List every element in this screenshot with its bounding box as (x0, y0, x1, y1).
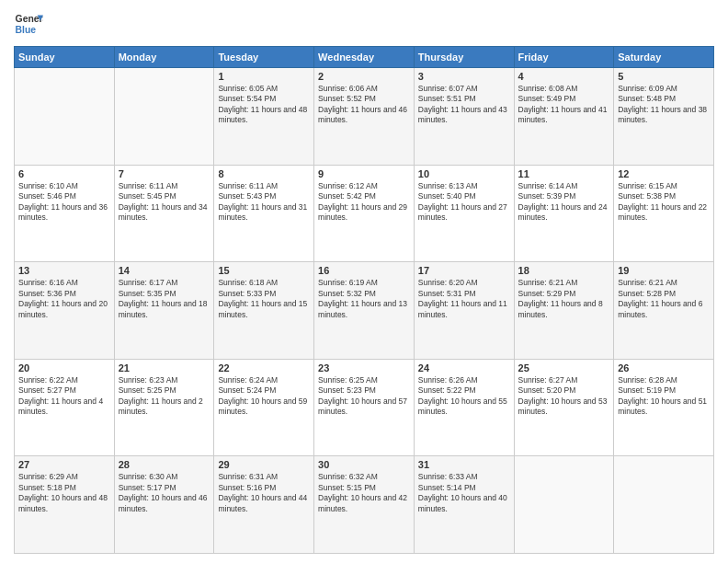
day-info: Sunrise: 6:11 AM Sunset: 5:45 PM Dayligh… (119, 181, 210, 224)
header: General Blue (14, 9, 714, 39)
day-number: 20 (18, 362, 110, 373)
calendar-cell: 11Sunrise: 6:14 AM Sunset: 5:39 PM Dayli… (514, 165, 614, 262)
calendar-cell: 18Sunrise: 6:21 AM Sunset: 5:29 PM Dayli… (514, 262, 614, 360)
calendar-cell: 8Sunrise: 6:11 AM Sunset: 5:43 PM Daylig… (214, 165, 314, 262)
day-number: 25 (518, 362, 610, 373)
day-number: 26 (618, 362, 710, 373)
calendar-cell: 24Sunrise: 6:26 AM Sunset: 5:22 PM Dayli… (414, 359, 514, 456)
day-info: Sunrise: 6:33 AM Sunset: 5:14 PM Dayligh… (418, 472, 510, 514)
day-info: Sunrise: 6:27 AM Sunset: 5:20 PM Dayligh… (518, 375, 610, 418)
calendar-cell: 12Sunrise: 6:15 AM Sunset: 5:38 PM Dayli… (614, 165, 714, 262)
calendar-cell: 1Sunrise: 6:05 AM Sunset: 5:54 PM Daylig… (214, 68, 314, 166)
dow-header-sunday: Sunday (15, 47, 115, 68)
day-info: Sunrise: 6:30 AM Sunset: 5:17 PM Dayligh… (119, 472, 210, 514)
calendar-cell: 2Sunrise: 6:06 AM Sunset: 5:52 PM Daylig… (314, 68, 415, 166)
calendar-cell: 19Sunrise: 6:21 AM Sunset: 5:28 PM Dayli… (614, 262, 714, 360)
day-number: 27 (18, 459, 110, 470)
day-info: Sunrise: 6:23 AM Sunset: 5:25 PM Dayligh… (119, 375, 210, 418)
day-number: 16 (318, 265, 410, 276)
day-number: 28 (119, 459, 210, 470)
dow-header-tuesday: Tuesday (214, 47, 314, 68)
day-info: Sunrise: 6:32 AM Sunset: 5:15 PM Dayligh… (318, 472, 410, 514)
calendar-cell (15, 68, 115, 166)
calendar-cell: 13Sunrise: 6:16 AM Sunset: 5:36 PM Dayli… (15, 262, 115, 360)
day-info: Sunrise: 6:05 AM Sunset: 5:54 PM Dayligh… (218, 84, 310, 126)
calendar-cell: 22Sunrise: 6:24 AM Sunset: 5:24 PM Dayli… (214, 359, 314, 456)
day-info: Sunrise: 6:20 AM Sunset: 5:31 PM Dayligh… (418, 278, 510, 320)
day-number: 12 (618, 168, 710, 179)
day-info: Sunrise: 6:31 AM Sunset: 5:16 PM Dayligh… (218, 472, 310, 514)
day-number: 30 (318, 459, 410, 470)
day-number: 10 (418, 168, 510, 179)
calendar-cell (114, 68, 214, 166)
day-info: Sunrise: 6:21 AM Sunset: 5:29 PM Dayligh… (518, 278, 610, 320)
calendar: SundayMondayTuesdayWednesdayThursdayFrid… (14, 46, 714, 554)
day-number: 8 (218, 168, 310, 179)
svg-text:Blue: Blue (16, 25, 37, 35)
day-number: 11 (518, 168, 610, 179)
day-info: Sunrise: 6:17 AM Sunset: 5:35 PM Dayligh… (119, 278, 210, 320)
calendar-cell: 29Sunrise: 6:31 AM Sunset: 5:16 PM Dayli… (214, 456, 314, 554)
day-info: Sunrise: 6:12 AM Sunset: 5:42 PM Dayligh… (318, 181, 410, 224)
day-number: 2 (318, 71, 410, 82)
day-number: 5 (618, 71, 710, 82)
day-number: 4 (518, 71, 610, 82)
day-info: Sunrise: 6:07 AM Sunset: 5:51 PM Dayligh… (418, 84, 510, 126)
calendar-cell: 9Sunrise: 6:12 AM Sunset: 5:42 PM Daylig… (314, 165, 415, 262)
day-number: 13 (18, 265, 110, 276)
day-number: 6 (18, 168, 110, 179)
day-info: Sunrise: 6:18 AM Sunset: 5:33 PM Dayligh… (218, 278, 310, 320)
day-info: Sunrise: 6:25 AM Sunset: 5:23 PM Dayligh… (318, 375, 410, 418)
calendar-cell: 7Sunrise: 6:11 AM Sunset: 5:45 PM Daylig… (114, 165, 214, 262)
dow-header-monday: Monday (114, 47, 214, 68)
calendar-cell: 28Sunrise: 6:30 AM Sunset: 5:17 PM Dayli… (114, 456, 214, 554)
calendar-cell: 3Sunrise: 6:07 AM Sunset: 5:51 PM Daylig… (414, 68, 514, 166)
calendar-cell (514, 456, 614, 554)
day-number: 23 (318, 362, 410, 373)
day-info: Sunrise: 6:29 AM Sunset: 5:18 PM Dayligh… (18, 472, 110, 514)
day-number: 1 (218, 71, 310, 82)
calendar-cell: 25Sunrise: 6:27 AM Sunset: 5:20 PM Dayli… (514, 359, 614, 456)
day-info: Sunrise: 6:21 AM Sunset: 5:28 PM Dayligh… (618, 278, 710, 320)
calendar-cell: 14Sunrise: 6:17 AM Sunset: 5:35 PM Dayli… (114, 262, 214, 360)
day-info: Sunrise: 6:22 AM Sunset: 5:27 PM Dayligh… (18, 375, 110, 418)
day-info: Sunrise: 6:06 AM Sunset: 5:52 PM Dayligh… (318, 84, 410, 126)
calendar-cell: 26Sunrise: 6:28 AM Sunset: 5:19 PM Dayli… (614, 359, 714, 456)
day-number: 15 (218, 265, 310, 276)
day-number: 18 (518, 265, 610, 276)
day-number: 29 (218, 459, 310, 470)
day-info: Sunrise: 6:14 AM Sunset: 5:39 PM Dayligh… (518, 181, 610, 224)
day-info: Sunrise: 6:26 AM Sunset: 5:22 PM Dayligh… (418, 375, 510, 418)
calendar-cell: 30Sunrise: 6:32 AM Sunset: 5:15 PM Dayli… (314, 456, 415, 554)
day-info: Sunrise: 6:19 AM Sunset: 5:32 PM Dayligh… (318, 278, 410, 320)
calendar-cell: 10Sunrise: 6:13 AM Sunset: 5:40 PM Dayli… (414, 165, 514, 262)
day-number: 21 (119, 362, 210, 373)
day-info: Sunrise: 6:10 AM Sunset: 5:46 PM Dayligh… (18, 181, 110, 224)
calendar-cell: 23Sunrise: 6:25 AM Sunset: 5:23 PM Dayli… (314, 359, 415, 456)
day-number: 24 (418, 362, 510, 373)
calendar-cell: 21Sunrise: 6:23 AM Sunset: 5:25 PM Dayli… (114, 359, 214, 456)
day-info: Sunrise: 6:15 AM Sunset: 5:38 PM Dayligh… (618, 181, 710, 224)
day-number: 14 (119, 265, 210, 276)
day-number: 19 (618, 265, 710, 276)
calendar-cell: 20Sunrise: 6:22 AM Sunset: 5:27 PM Dayli… (15, 359, 115, 456)
day-number: 9 (318, 168, 410, 179)
page: General Blue SundayMondayTuesdayWednesda… (0, 0, 728, 563)
day-number: 22 (218, 362, 310, 373)
day-info: Sunrise: 6:13 AM Sunset: 5:40 PM Dayligh… (418, 181, 510, 224)
day-info: Sunrise: 6:24 AM Sunset: 5:24 PM Dayligh… (218, 375, 310, 418)
calendar-cell: 15Sunrise: 6:18 AM Sunset: 5:33 PM Dayli… (214, 262, 314, 360)
calendar-cell: 31Sunrise: 6:33 AM Sunset: 5:14 PM Dayli… (414, 456, 514, 554)
calendar-cell: 27Sunrise: 6:29 AM Sunset: 5:18 PM Dayli… (15, 456, 115, 554)
day-info: Sunrise: 6:08 AM Sunset: 5:49 PM Dayligh… (518, 84, 610, 126)
dow-header-thursday: Thursday (414, 47, 514, 68)
dow-header-saturday: Saturday (614, 47, 714, 68)
day-info: Sunrise: 6:28 AM Sunset: 5:19 PM Dayligh… (618, 375, 710, 418)
calendar-cell: 5Sunrise: 6:09 AM Sunset: 5:48 PM Daylig… (614, 68, 714, 166)
calendar-cell: 4Sunrise: 6:08 AM Sunset: 5:49 PM Daylig… (514, 68, 614, 166)
day-number: 31 (418, 459, 510, 470)
logo: General Blue (14, 9, 43, 39)
day-number: 7 (119, 168, 210, 179)
calendar-cell: 17Sunrise: 6:20 AM Sunset: 5:31 PM Dayli… (414, 262, 514, 360)
day-info: Sunrise: 6:16 AM Sunset: 5:36 PM Dayligh… (18, 278, 110, 320)
